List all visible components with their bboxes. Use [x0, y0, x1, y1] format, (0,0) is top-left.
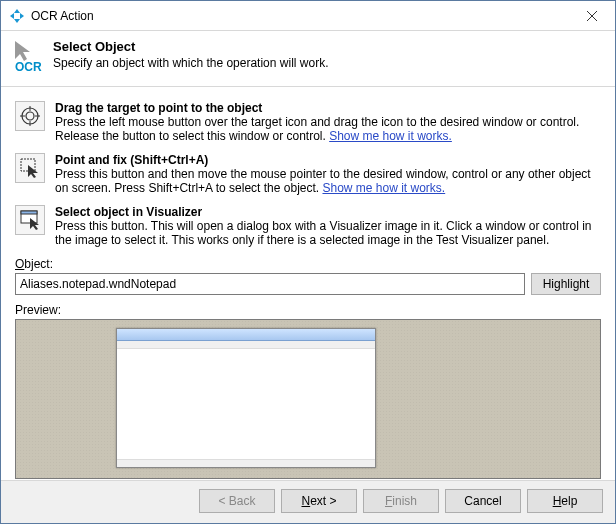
highlight-button[interactable]: Highlight — [531, 273, 601, 295]
method-visualizer-desc: Press this button. This will open a dial… — [55, 219, 601, 247]
preview-window-menubar — [117, 341, 375, 349]
ocr-cursor-icon: OCR — [13, 39, 45, 76]
preview-window-titlebar — [117, 329, 375, 341]
preview-window-statusbar — [117, 459, 375, 467]
titlebar: OCR Action — [1, 1, 615, 31]
page-subtitle: Specify an object with which the operati… — [53, 54, 328, 70]
preview-area — [15, 319, 601, 479]
point-cursor-icon[interactable] — [15, 153, 45, 183]
svg-rect-13 — [21, 211, 37, 214]
svg-marker-2 — [15, 41, 30, 61]
header: OCR Select Object Specify an object with… — [1, 31, 615, 87]
back-button[interactable]: < Back — [199, 489, 275, 513]
method-pointfix-link[interactable]: Show me how it works. — [322, 181, 445, 195]
method-pointfix-desc: Press this button and then move the mous… — [55, 167, 601, 195]
preview-window — [116, 328, 376, 468]
preview-label: Preview: — [15, 303, 601, 317]
drag-target-icon[interactable] — [15, 101, 45, 131]
method-pointfix-title: Point and fix (Shift+Ctrl+A) — [55, 153, 601, 167]
next-button[interactable]: Next > — [281, 489, 357, 513]
method-drag-desc-text: Press the left mouse button over the tar… — [55, 115, 579, 143]
method-visualizer: Select object in Visualizer Press this b… — [15, 205, 601, 247]
svg-marker-11 — [28, 165, 38, 178]
method-drag: Drag the target to point to the object P… — [15, 101, 601, 143]
svg-point-5 — [26, 112, 34, 120]
finish-button[interactable]: Finish — [363, 489, 439, 513]
method-drag-desc: Press the left mouse button over the tar… — [55, 115, 601, 143]
cancel-button[interactable]: Cancel — [445, 489, 521, 513]
app-icon — [9, 8, 25, 24]
method-drag-link[interactable]: Show me how it works. — [329, 129, 452, 143]
method-pointfix: Point and fix (Shift+Ctrl+A) Press this … — [15, 153, 601, 195]
visualizer-icon[interactable] — [15, 205, 45, 235]
page-title: Select Object — [53, 39, 328, 54]
object-section: Object: Highlight — [15, 257, 601, 295]
help-button[interactable]: Help — [527, 489, 603, 513]
close-button[interactable] — [569, 1, 615, 31]
object-label: Object: — [15, 257, 601, 271]
object-input[interactable] — [15, 273, 525, 295]
content: Drag the target to point to the object P… — [1, 87, 615, 487]
method-visualizer-title: Select object in Visualizer — [55, 205, 601, 219]
method-drag-title: Drag the target to point to the object — [55, 101, 601, 115]
footer: < Back Next > Finish Cancel Help — [1, 480, 615, 523]
svg-text:OCR: OCR — [15, 60, 42, 73]
window-title: OCR Action — [31, 9, 94, 23]
